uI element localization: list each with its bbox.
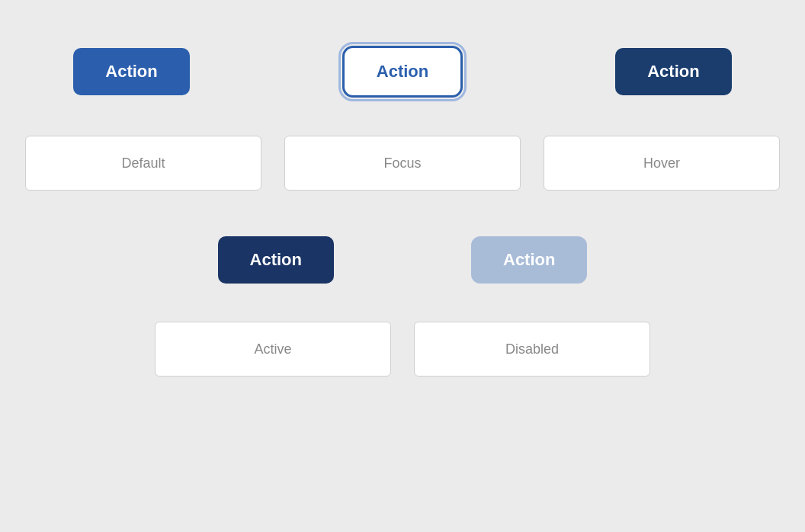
main-canvas: Action Action Action Default Focus Hover… <box>0 0 805 532</box>
active-label: Active <box>155 322 391 377</box>
row-2-labels: Default Focus Hover <box>0 136 805 191</box>
disabled-label: Disabled <box>414 322 650 377</box>
default-label: Default <box>25 136 261 191</box>
row-1-buttons: Action Action Action <box>0 0 805 98</box>
hover-label: Hover <box>544 136 780 191</box>
disabled-button: Action <box>471 236 587 284</box>
active-button[interactable]: Action <box>218 236 334 284</box>
default-button[interactable]: Action <box>73 48 189 95</box>
row-4-labels: Active Disabled <box>0 322 805 377</box>
row-3-buttons: Action Action <box>0 236 805 284</box>
focus-label: Focus <box>284 136 521 191</box>
hover-button[interactable]: Action <box>615 48 731 95</box>
focus-button[interactable]: Action <box>342 46 463 98</box>
